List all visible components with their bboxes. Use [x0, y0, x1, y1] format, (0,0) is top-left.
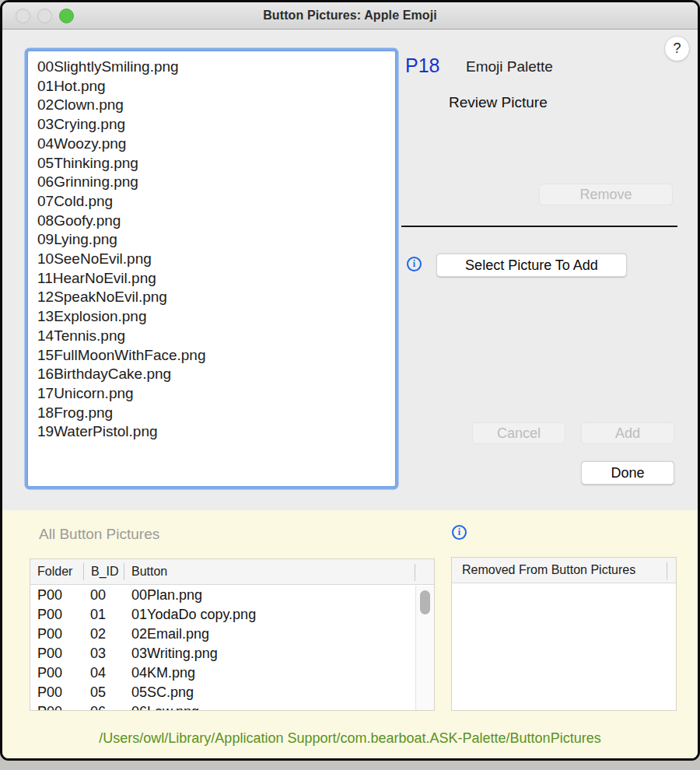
list-item[interactable]: 01Hot.png: [37, 77, 395, 96]
section-divider: [401, 226, 677, 227]
list-item[interactable]: 03Crying.png: [37, 115, 395, 135]
list-item[interactable]: 10SeeNoEvil.png: [37, 250, 395, 269]
cell-folder: P00: [30, 646, 83, 662]
cancel-button[interactable]: Cancel: [472, 422, 565, 444]
list-item[interactable]: 12SpeakNoEvil.png: [37, 288, 395, 307]
table-row[interactable]: P00 05 05SC.png: [30, 683, 434, 702]
column-divider: [667, 562, 667, 579]
add-button[interactable]: Add: [581, 422, 674, 444]
table-row[interactable]: P00 01 01YodaDo copy.png: [30, 605, 434, 625]
cell-bid: 01: [83, 607, 124, 623]
cell-bid: 06: [83, 704, 124, 710]
cell-button: 06Law.png: [124, 704, 434, 710]
cell-folder: P00: [30, 587, 83, 604]
removed-panel-header-label: Removed From Button Pictures: [462, 563, 635, 577]
main-panel: 00SlightlySmiling.png 01Hot.png 02Clown.…: [2, 30, 698, 510]
list-item[interactable]: 02Clown.png: [37, 96, 395, 115]
list-item[interactable]: 16BirthdayCake.png: [37, 365, 395, 384]
column-header-bid[interactable]: B_ID: [84, 565, 124, 579]
cell-button: 00Plan.png: [124, 587, 434, 604]
column-divider: [415, 564, 415, 581]
list-item[interactable]: 07Cold.png: [37, 192, 395, 212]
table-row[interactable]: P00 04 04KM.png: [30, 663, 434, 683]
list-item[interactable]: 15FullMoonWithFace.png: [37, 346, 395, 366]
cell-button: 05SC.png: [124, 684, 434, 701]
removed-pictures-panel[interactable]: Removed From Button Pictures: [451, 557, 677, 711]
title-bar: Button Pictures: Apple Emoji: [2, 2, 698, 30]
cell-folder: P00: [30, 704, 83, 710]
column-header-button[interactable]: Button: [124, 565, 434, 579]
remove-button[interactable]: Remove: [539, 184, 673, 205]
table-header-row: Folder B_ID Button: [30, 559, 434, 585]
cell-button: 01YodaDo copy.png: [124, 607, 434, 623]
cell-folder: P00: [30, 626, 83, 642]
cell-bid: 04: [83, 665, 124, 681]
list-item[interactable]: 18Frog.png: [37, 404, 395, 423]
list-item[interactable]: 05Thinking.png: [37, 154, 395, 173]
cell-folder: P00: [30, 684, 83, 701]
table-scrollbar[interactable]: [415, 586, 434, 710]
scrollbar-thumb[interactable]: [420, 590, 430, 614]
dialog-window: Button Pictures: Apple Emoji 00SlightlyS…: [0, 0, 700, 761]
list-item[interactable]: 14Tennis.png: [37, 327, 395, 346]
all-pictures-table[interactable]: Folder B_ID Button P00 00 00Plan.png: [30, 558, 435, 711]
removed-panel-header: Removed From Button Pictures: [452, 558, 676, 583]
cell-button: 04KM.png: [124, 665, 434, 681]
list-item[interactable]: 17Unicorn.png: [37, 384, 395, 404]
table-row[interactable]: P00 03 03Writing.png: [30, 644, 434, 663]
emoji-picture-list[interactable]: 00SlightlySmiling.png 01Hot.png 02Clown.…: [27, 51, 396, 487]
all-button-pictures-heading: All Button Pictures: [39, 526, 159, 543]
all-pictures-panel: All Button Pictures i Folder B_ID Button…: [2, 510, 698, 758]
info-icon[interactable]: i: [452, 525, 467, 540]
button-pictures-path: /Users/owl/Library/Application Support/c…: [2, 730, 698, 747]
palette-name: Emoji Palette: [466, 58, 553, 75]
table-row[interactable]: P00 02 02Email.png: [30, 625, 434, 644]
cell-folder: P00: [30, 665, 83, 681]
info-icon[interactable]: i: [407, 257, 422, 271]
list-item[interactable]: 04Woozy.png: [37, 135, 395, 154]
done-button[interactable]: Done: [581, 461, 674, 485]
list-item[interactable]: 08Goofy.png: [37, 212, 395, 231]
cell-button: 02Email.png: [124, 626, 434, 642]
list-item[interactable]: 00SlightlySmiling.png: [37, 58, 395, 77]
cell-bid: 05: [83, 684, 124, 701]
removed-panel-body[interactable]: [452, 584, 676, 710]
list-item[interactable]: 19WaterPistol.png: [37, 422, 395, 442]
table-row[interactable]: P00 00 00Plan.png: [30, 586, 434, 605]
list-item[interactable]: 06Grinning.png: [37, 173, 395, 192]
column-header-folder[interactable]: Folder: [30, 565, 83, 579]
window-title: Button Pictures: Apple Emoji: [2, 9, 698, 23]
select-picture-to-add-button[interactable]: Select Picture To Add: [436, 254, 627, 277]
list-item[interactable]: 09Lying.png: [37, 230, 395, 250]
cell-bid: 03: [83, 646, 124, 662]
table-body[interactable]: P00 00 00Plan.png P00 01 01YodaDo copy.p…: [30, 586, 434, 710]
cell-bid: 00: [83, 587, 124, 604]
table-row[interactable]: P00 06 06Law.png: [30, 702, 434, 710]
cell-folder: P00: [30, 607, 83, 623]
cell-button: 03Writing.png: [124, 646, 434, 662]
list-item[interactable]: 13Explosion.png: [37, 307, 395, 327]
help-button[interactable]: ?: [664, 36, 690, 61]
palette-id: P18: [405, 54, 439, 77]
review-picture-label: Review Picture: [449, 94, 548, 111]
list-item[interactable]: 11HearNoEvil.png: [37, 269, 395, 289]
cell-bid: 02: [83, 626, 124, 642]
